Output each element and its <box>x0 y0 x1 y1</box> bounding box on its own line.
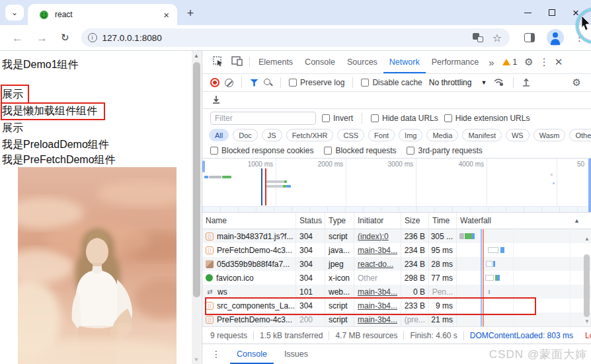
col-time[interactable]: Time <box>429 213 457 229</box>
table-row[interactable]: favicon.ico 304 x-icon Other 298 B 77 ms <box>202 271 591 285</box>
reload-icon[interactable]: ↻ <box>54 32 76 44</box>
table-row[interactable]: ()PreFetchDemo-4c3... 304 java... main-3… <box>202 243 591 257</box>
invert-checkbox[interactable] <box>322 114 330 122</box>
drawer-tab-issues[interactable]: Issues <box>278 344 315 364</box>
tab-console[interactable]: Console <box>299 51 341 73</box>
finish-time: Finish: 4.60 s <box>404 331 463 340</box>
scroll-up-icon[interactable]: ▲ <box>583 236 591 242</box>
table-row[interactable]: ⇄ws 101 web... main-3b4... 0 B Pen... <box>202 285 591 299</box>
preserve-log-checkbox[interactable] <box>289 79 297 87</box>
hide-extension-urls-checkbox[interactable] <box>444 114 452 122</box>
pill-img[interactable]: Img <box>399 129 422 141</box>
tab-performance[interactable]: Performance <box>426 51 485 73</box>
col-initiator[interactable]: Initiator <box>354 213 401 229</box>
load-time: Lo <box>579 331 591 340</box>
browser-tab[interactable]: react × <box>28 4 177 25</box>
tab-elements[interactable]: Elements <box>253 51 299 73</box>
inspect-element-icon[interactable] <box>213 56 223 69</box>
import-har-icon[interactable] <box>522 77 531 89</box>
pill-css[interactable]: CSS <box>337 129 364 141</box>
initiator-link[interactable]: main-3b4... <box>358 246 397 255</box>
pill-ws[interactable]: WS <box>506 129 530 141</box>
table-row[interactable]: ()main-3b4837d1.js?f... 304 script (inde… <box>202 229 591 243</box>
filter-row: Invert Hide data URLs Hide extension URL… <box>202 109 591 127</box>
table-scrollbar[interactable]: ▲ ▼ <box>583 231 591 326</box>
devtools-settings-icon[interactable]: ⚙ <box>521 56 536 68</box>
page-scrollbar-thumb[interactable] <box>193 62 200 297</box>
site-info-icon[interactable]: i <box>88 33 97 42</box>
url-text[interactable]: 127.0.0.1:8080 <box>102 33 473 43</box>
disable-cache-checkbox[interactable] <box>361 79 369 87</box>
page-scrollbar[interactable]: ▲ ▼ <box>192 51 201 364</box>
show-button-2[interactable]: 展示 <box>2 122 23 135</box>
col-waterfall[interactable]: Waterfall▲ <box>457 213 591 229</box>
tab-sources[interactable]: Sources <box>341 51 383 73</box>
more-tabs-icon[interactable]: » <box>485 57 498 68</box>
download-icon[interactable] <box>212 94 221 106</box>
pill-js[interactable]: JS <box>262 129 282 141</box>
device-toolbar-icon[interactable] <box>231 56 243 68</box>
pill-wasm[interactable]: Wasm <box>533 129 566 141</box>
initiator-link[interactable]: main-3b4... <box>358 287 397 297</box>
table-scrollbar-thumb[interactable] <box>584 254 590 317</box>
initiator-link[interactable]: react-do... <box>358 260 393 269</box>
hide-data-urls-checkbox[interactable] <box>371 114 379 122</box>
overview-right-handle[interactable] <box>588 159 591 212</box>
filter-icon[interactable] <box>250 79 258 87</box>
hide-data-urls-checkbox-group: Hide data URLs <box>371 114 438 123</box>
third-party-requests-checkbox[interactable] <box>407 147 414 155</box>
browser-window: ⌄ react × + × ← → ↻ i 127.0.0.1:8080 ☆ ⋮… <box>0 0 591 364</box>
clear-network-log-icon[interactable] <box>225 79 233 87</box>
pill-doc[interactable]: Doc <box>233 129 258 141</box>
network-overview-timeline[interactable]: 1000 ms 2000 ms 3000 ms 4000 ms 50 <box>202 159 591 213</box>
minimize-icon[interactable] <box>524 13 532 13</box>
profile-avatar[interactable] <box>547 29 564 46</box>
initiator-link[interactable]: (index):0 <box>358 232 389 241</box>
tab-close-icon[interactable]: × <box>162 10 171 20</box>
websocket-icon: ⇄ <box>206 288 214 295</box>
load-marker <box>265 168 266 205</box>
forward-icon[interactable]: → <box>30 32 54 44</box>
blocked-response-cookies-checkbox[interactable] <box>210 147 218 155</box>
address-bar[interactable]: i 127.0.0.1:8080 ☆ <box>81 28 510 47</box>
sort-arrow-icon[interactable]: ▲ <box>574 217 580 224</box>
drawer-menu-icon[interactable]: ⋮ <box>212 349 221 359</box>
pill-all[interactable]: All <box>209 129 229 141</box>
record-network-log-icon[interactable] <box>210 78 219 87</box>
network-conditions-icon[interactable] <box>493 77 505 89</box>
overview-left-handle[interactable] <box>202 161 205 172</box>
translate-icon[interactable] <box>473 33 483 42</box>
tab-network[interactable]: Network <box>383 51 426 73</box>
devtools-close-icon[interactable]: ✕ <box>552 56 569 68</box>
chevron-down-icon: ▼ <box>481 79 487 86</box>
tab-search-button[interactable]: ⌄ <box>5 5 24 20</box>
network-settings-icon[interactable]: ⚙ <box>569 77 584 89</box>
side-panel-icon[interactable] <box>524 33 535 42</box>
col-size[interactable]: Size <box>401 213 429 229</box>
col-type[interactable]: Type <box>325 213 354 229</box>
col-name[interactable]: Name <box>202 213 296 229</box>
maximize-icon[interactable] <box>549 9 555 16</box>
devtools-menu-icon[interactable]: ⋮ <box>537 56 552 68</box>
new-tab-button[interactable]: + <box>182 5 198 21</box>
table-row[interactable]: 05d359b9b88f4fa7... 304 jpeg react-do...… <box>202 257 591 271</box>
pill-font[interactable]: Font <box>368 129 395 141</box>
scroll-down-icon[interactable]: ▼ <box>583 318 591 324</box>
network-search-icon[interactable] <box>264 79 272 87</box>
pill-manifest[interactable]: Manifest <box>462 129 502 141</box>
back-icon[interactable]: ← <box>5 32 30 44</box>
network-summary-bar: 9 requests 1.5 kB transferred 4.7 MB res… <box>202 326 591 344</box>
filter-input[interactable] <box>210 112 316 125</box>
col-status[interactable]: Status <box>296 213 325 229</box>
pill-other[interactable]: Other <box>569 129 591 141</box>
scroll-down-icon[interactable]: ▼ <box>192 357 201 363</box>
scroll-up-icon[interactable]: ▲ <box>192 53 201 59</box>
issues-warning-badge[interactable]: 1 <box>498 57 522 67</box>
pill-media[interactable]: Media <box>426 129 458 141</box>
throttling-dropdown[interactable]: No throttling ▼ <box>428 78 489 87</box>
bookmark-star-icon[interactable]: ☆ <box>492 32 502 44</box>
blocked-requests-checkbox[interactable] <box>324 147 332 155</box>
drawer-tab-console[interactable]: Console <box>230 344 274 364</box>
pill-fetch-xhr[interactable]: Fetch/XHR <box>286 129 334 141</box>
initiator-link[interactable]: main-3b4... <box>358 315 397 324</box>
